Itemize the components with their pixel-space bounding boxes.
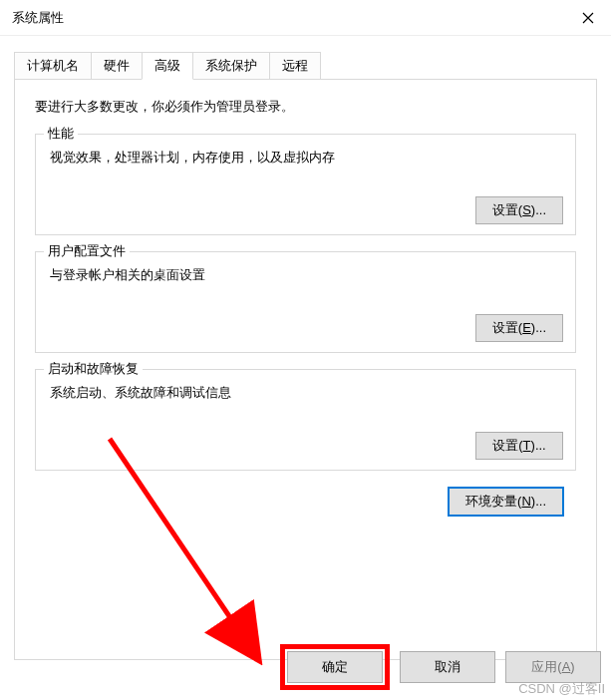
user-profiles-settings-button[interactable]: 设置(E)...: [475, 314, 563, 342]
apply-button[interactable]: 应用(A): [505, 651, 601, 683]
startup-recovery-group: 启动和故障恢复 系统启动、系统故障和调试信息 设置(T)...: [35, 369, 576, 471]
performance-group: 性能 视觉效果，处理器计划，内存使用，以及虚拟内存 设置(S)...: [35, 134, 576, 235]
tab-system-protection[interactable]: 系统保护: [192, 52, 270, 79]
performance-title: 性能: [44, 125, 78, 143]
ok-highlight-box: 确定: [280, 644, 390, 690]
tab-advanced[interactable]: 高级: [142, 52, 193, 80]
tab-panel-advanced: 要进行大多数更改，你必须作为管理员登录。 性能 视觉效果，处理器计划，内存使用，…: [14, 80, 597, 660]
environment-variables-button[interactable]: 环境变量(N)...: [448, 487, 564, 517]
tab-hardware[interactable]: 硬件: [91, 52, 143, 79]
tab-strip: 计算机名 硬件 高级 系统保护 远程: [14, 52, 597, 80]
dialog-footer: 确定 取消 应用(A): [280, 644, 601, 690]
tab-remote[interactable]: 远程: [269, 52, 321, 79]
window-title: 系统属性: [12, 9, 64, 27]
cancel-button[interactable]: 取消: [400, 651, 495, 683]
user-profiles-group: 用户配置文件 与登录帐户相关的桌面设置 设置(E)...: [35, 251, 576, 353]
titlebar: 系统属性: [0, 0, 611, 36]
performance-desc: 视觉效果，处理器计划，内存使用，以及虚拟内存: [50, 149, 563, 167]
startup-recovery-title: 启动和故障恢复: [44, 360, 143, 378]
tab-computer-name[interactable]: 计算机名: [14, 52, 92, 79]
ok-button[interactable]: 确定: [287, 651, 383, 683]
admin-intro-text: 要进行大多数更改，你必须作为管理员登录。: [35, 98, 576, 116]
startup-recovery-settings-button[interactable]: 设置(T)...: [475, 432, 563, 460]
user-profiles-title: 用户配置文件: [44, 242, 130, 260]
user-profiles-desc: 与登录帐户相关的桌面设置: [50, 266, 563, 284]
startup-recovery-desc: 系统启动、系统故障和调试信息: [50, 384, 563, 402]
close-icon[interactable]: [565, 0, 611, 36]
performance-settings-button[interactable]: 设置(S)...: [475, 196, 563, 224]
